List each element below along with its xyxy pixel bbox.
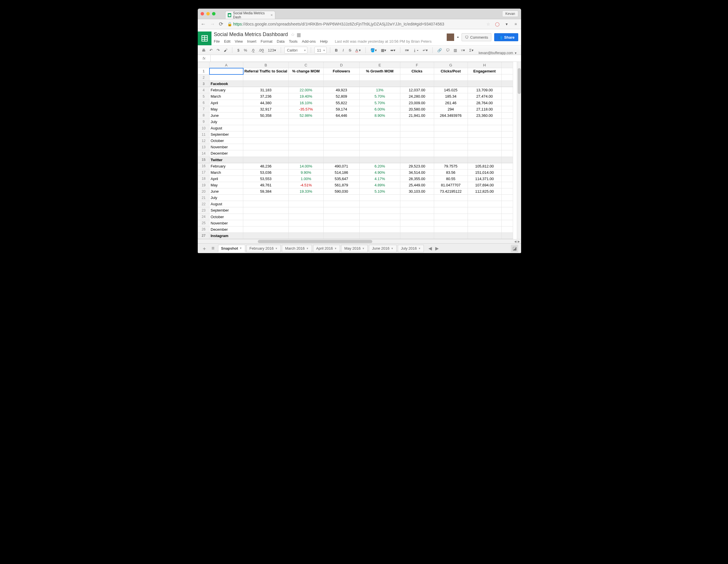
col-header-blank[interactable] [501,62,513,68]
sheet-tab[interactable]: April 2016▼ [313,245,340,252]
cell[interactable]: 83.56 [434,169,468,175]
row-header[interactable]: 26 [198,226,209,232]
tab-scroll-left-icon[interactable]: ◀ [428,245,432,251]
cell[interactable]: 25,449.00 [400,182,434,188]
cell[interactable] [468,195,501,201]
document-title[interactable]: Social Media Metrics Dashboard [214,31,288,37]
cell[interactable]: February [209,163,243,169]
borders-icon[interactable]: ▦▾ [380,47,387,53]
cell[interactable]: 64,446 [323,112,359,118]
cell[interactable] [400,226,434,232]
cell[interactable] [400,144,434,150]
cell[interactable]: 4.17% [359,175,400,182]
menu-data[interactable]: Data [277,39,284,43]
cell[interactable]: June [209,188,243,195]
cell[interactable]: 12,037.00 [400,87,434,93]
cell[interactable] [468,213,501,220]
cell[interactable] [501,106,513,112]
cell[interactable] [468,125,501,131]
cell[interactable]: 13% [359,87,400,93]
col-header-g[interactable]: G [434,62,468,68]
cell[interactable]: October [209,213,243,220]
sheet-tab[interactable]: July 2016▼ [398,245,424,252]
cell[interactable]: Engagement [468,68,501,74]
row-header[interactable]: 27 [198,232,209,239]
row-header[interactable]: 2 [198,74,209,81]
italic-icon[interactable]: I [341,47,346,53]
row-header[interactable]: 12 [198,138,209,144]
cell[interactable] [288,232,323,239]
row-header[interactable]: 18 [198,175,209,182]
cell[interactable] [434,150,468,157]
cell[interactable] [288,213,323,220]
close-tab-icon[interactable]: × [270,13,273,17]
row-header[interactable]: 8 [198,112,209,118]
cell[interactable] [468,138,501,144]
cell[interactable] [501,118,513,125]
cell[interactable] [359,131,400,138]
select-all-corner[interactable] [198,62,209,68]
cell[interactable] [288,144,323,150]
cell[interactable] [501,163,513,169]
cell[interactable] [243,81,289,87]
cell[interactable] [288,201,323,207]
cell[interactable]: % Growth MOM [359,68,400,74]
cell[interactable] [243,125,289,131]
cell[interactable] [501,175,513,182]
cell[interactable] [288,226,323,232]
cell[interactable] [434,131,468,138]
cell[interactable]: 20,580.00 [400,106,434,112]
cell[interactable] [288,207,323,213]
cell[interactable] [501,232,513,239]
cell[interactable] [468,220,501,226]
cell[interactable] [288,150,323,157]
cell[interactable] [434,118,468,125]
cell[interactable]: % change MOM [288,68,323,74]
cell[interactable] [501,188,513,195]
cell[interactable] [288,74,323,81]
bookmark-star-icon[interactable]: ☆ [486,21,491,27]
cell[interactable]: 49,923 [323,87,359,93]
cell[interactable]: 294 [434,106,468,112]
cell[interactable] [434,220,468,226]
cell[interactable]: 5.70% [359,93,400,100]
row-header[interactable]: 22 [198,201,209,207]
comments-button[interactable]: 🗨Comments [462,33,491,41]
reload-button[interactable]: ⟳ [219,21,223,27]
cell[interactable]: 32,917 [243,106,289,112]
cell[interactable] [400,213,434,220]
cell[interactable] [400,201,434,207]
h-align-icon[interactable]: ≡▾ [404,47,410,53]
cell[interactable] [501,74,513,81]
cell[interactable]: May [209,106,243,112]
cell[interactable]: September [209,207,243,213]
filter-icon[interactable]: ▿▾ [460,47,466,53]
chevron-down-icon[interactable]: ▼ [362,247,365,250]
row-header[interactable]: 19 [198,182,209,188]
cell[interactable]: 112,825.00 [468,188,501,195]
cell[interactable] [468,157,501,163]
add-sheet-icon[interactable]: ＋ [201,245,208,252]
cell[interactable]: -4.51% [288,182,323,188]
cell[interactable]: Followers [323,68,359,74]
cell[interactable]: Clicks/Post [434,68,468,74]
cell[interactable]: 9.90% [288,169,323,175]
extension-icon-2[interactable]: ▾ [504,21,509,27]
cell[interactable] [468,232,501,239]
explore-button[interactable]: ◪ [511,245,518,252]
cell[interactable]: 151,014.00 [468,169,501,175]
cell[interactable] [323,131,359,138]
cell[interactable] [359,118,400,125]
cell[interactable]: February [209,87,243,93]
sheet-tab[interactable]: May 2016▼ [341,245,368,252]
cell[interactable]: July [209,195,243,201]
cell[interactable] [501,220,513,226]
cell[interactable] [243,150,289,157]
cell[interactable] [359,207,400,213]
cell[interactable] [323,138,359,144]
cell[interactable]: 264.3493976 [434,112,468,118]
cell[interactable] [359,150,400,157]
cell[interactable] [434,207,468,213]
cell[interactable] [468,74,501,81]
cell[interactable] [501,213,513,220]
